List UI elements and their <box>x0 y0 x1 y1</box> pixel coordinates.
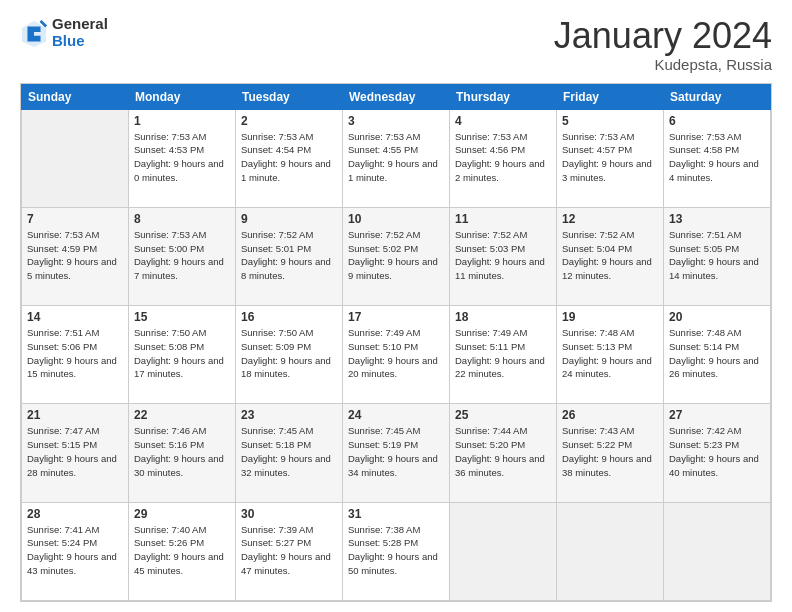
day-info: Sunrise: 7:48 AMSunset: 5:14 PMDaylight:… <box>669 326 765 381</box>
header: General Blue January 2024 Kudepsta, Russ… <box>20 16 772 73</box>
day-info: Sunrise: 7:48 AMSunset: 5:13 PMDaylight:… <box>562 326 658 381</box>
day-number: 11 <box>455 212 551 226</box>
day-cell <box>557 502 664 600</box>
day-number: 31 <box>348 507 444 521</box>
day-info: Sunrise: 7:38 AMSunset: 5:28 PMDaylight:… <box>348 523 444 578</box>
day-info: Sunrise: 7:50 AMSunset: 5:09 PMDaylight:… <box>241 326 337 381</box>
header-cell-thursday: Thursday <box>450 84 557 109</box>
day-info: Sunrise: 7:42 AMSunset: 5:23 PMDaylight:… <box>669 424 765 479</box>
day-cell: 24Sunrise: 7:45 AMSunset: 5:19 PMDayligh… <box>343 404 450 502</box>
day-cell: 10Sunrise: 7:52 AMSunset: 5:02 PMDayligh… <box>343 207 450 305</box>
week-row-1: 7Sunrise: 7:53 AMSunset: 4:59 PMDaylight… <box>22 207 771 305</box>
day-cell <box>450 502 557 600</box>
day-cell: 8Sunrise: 7:53 AMSunset: 5:00 PMDaylight… <box>129 207 236 305</box>
day-number: 30 <box>241 507 337 521</box>
day-info: Sunrise: 7:51 AMSunset: 5:06 PMDaylight:… <box>27 326 123 381</box>
day-number: 3 <box>348 114 444 128</box>
title-location: Kudepsta, Russia <box>554 56 772 73</box>
day-info: Sunrise: 7:51 AMSunset: 5:05 PMDaylight:… <box>669 228 765 283</box>
day-number: 27 <box>669 408 765 422</box>
day-number: 13 <box>669 212 765 226</box>
week-row-2: 14Sunrise: 7:51 AMSunset: 5:06 PMDayligh… <box>22 306 771 404</box>
day-cell: 30Sunrise: 7:39 AMSunset: 5:27 PMDayligh… <box>236 502 343 600</box>
day-info: Sunrise: 7:53 AMSunset: 4:59 PMDaylight:… <box>27 228 123 283</box>
day-info: Sunrise: 7:40 AMSunset: 5:26 PMDaylight:… <box>134 523 230 578</box>
day-number: 10 <box>348 212 444 226</box>
day-info: Sunrise: 7:53 AMSunset: 4:58 PMDaylight:… <box>669 130 765 185</box>
day-cell: 31Sunrise: 7:38 AMSunset: 5:28 PMDayligh… <box>343 502 450 600</box>
day-number: 24 <box>348 408 444 422</box>
day-cell: 6Sunrise: 7:53 AMSunset: 4:58 PMDaylight… <box>664 109 771 207</box>
calendar: SundayMondayTuesdayWednesdayThursdayFrid… <box>20 83 772 602</box>
day-cell: 18Sunrise: 7:49 AMSunset: 5:11 PMDayligh… <box>450 306 557 404</box>
day-info: Sunrise: 7:39 AMSunset: 5:27 PMDaylight:… <box>241 523 337 578</box>
day-info: Sunrise: 7:49 AMSunset: 5:11 PMDaylight:… <box>455 326 551 381</box>
day-cell: 12Sunrise: 7:52 AMSunset: 5:04 PMDayligh… <box>557 207 664 305</box>
day-info: Sunrise: 7:53 AMSunset: 4:53 PMDaylight:… <box>134 130 230 185</box>
day-info: Sunrise: 7:49 AMSunset: 5:10 PMDaylight:… <box>348 326 444 381</box>
day-number: 7 <box>27 212 123 226</box>
week-row-3: 21Sunrise: 7:47 AMSunset: 5:15 PMDayligh… <box>22 404 771 502</box>
day-cell: 11Sunrise: 7:52 AMSunset: 5:03 PMDayligh… <box>450 207 557 305</box>
day-cell: 25Sunrise: 7:44 AMSunset: 5:20 PMDayligh… <box>450 404 557 502</box>
header-cell-wednesday: Wednesday <box>343 84 450 109</box>
day-number: 25 <box>455 408 551 422</box>
calendar-body: 1Sunrise: 7:53 AMSunset: 4:53 PMDaylight… <box>22 109 771 600</box>
day-number: 1 <box>134 114 230 128</box>
day-cell: 3Sunrise: 7:53 AMSunset: 4:55 PMDaylight… <box>343 109 450 207</box>
day-cell: 28Sunrise: 7:41 AMSunset: 5:24 PMDayligh… <box>22 502 129 600</box>
header-row: SundayMondayTuesdayWednesdayThursdayFrid… <box>22 84 771 109</box>
day-cell: 2Sunrise: 7:53 AMSunset: 4:54 PMDaylight… <box>236 109 343 207</box>
day-number: 22 <box>134 408 230 422</box>
day-cell: 26Sunrise: 7:43 AMSunset: 5:22 PMDayligh… <box>557 404 664 502</box>
day-number: 4 <box>455 114 551 128</box>
day-number: 12 <box>562 212 658 226</box>
day-number: 16 <box>241 310 337 324</box>
calendar-header: SundayMondayTuesdayWednesdayThursdayFrid… <box>22 84 771 109</box>
day-info: Sunrise: 7:53 AMSunset: 5:00 PMDaylight:… <box>134 228 230 283</box>
day-cell: 4Sunrise: 7:53 AMSunset: 4:56 PMDaylight… <box>450 109 557 207</box>
day-info: Sunrise: 7:45 AMSunset: 5:18 PMDaylight:… <box>241 424 337 479</box>
day-info: Sunrise: 7:47 AMSunset: 5:15 PMDaylight:… <box>27 424 123 479</box>
day-number: 28 <box>27 507 123 521</box>
day-cell: 22Sunrise: 7:46 AMSunset: 5:16 PMDayligh… <box>129 404 236 502</box>
day-info: Sunrise: 7:53 AMSunset: 4:54 PMDaylight:… <box>241 130 337 185</box>
day-number: 20 <box>669 310 765 324</box>
day-number: 18 <box>455 310 551 324</box>
day-cell: 29Sunrise: 7:40 AMSunset: 5:26 PMDayligh… <box>129 502 236 600</box>
day-number: 29 <box>134 507 230 521</box>
header-cell-monday: Monday <box>129 84 236 109</box>
day-info: Sunrise: 7:41 AMSunset: 5:24 PMDaylight:… <box>27 523 123 578</box>
title-month: January 2024 <box>554 16 772 56</box>
day-info: Sunrise: 7:46 AMSunset: 5:16 PMDaylight:… <box>134 424 230 479</box>
day-number: 6 <box>669 114 765 128</box>
header-cell-tuesday: Tuesday <box>236 84 343 109</box>
header-cell-friday: Friday <box>557 84 664 109</box>
day-info: Sunrise: 7:45 AMSunset: 5:19 PMDaylight:… <box>348 424 444 479</box>
day-info: Sunrise: 7:52 AMSunset: 5:03 PMDaylight:… <box>455 228 551 283</box>
header-cell-sunday: Sunday <box>22 84 129 109</box>
day-info: Sunrise: 7:43 AMSunset: 5:22 PMDaylight:… <box>562 424 658 479</box>
day-cell: 19Sunrise: 7:48 AMSunset: 5:13 PMDayligh… <box>557 306 664 404</box>
day-number: 8 <box>134 212 230 226</box>
logo-icon <box>20 19 48 47</box>
logo: General Blue <box>20 16 108 49</box>
day-info: Sunrise: 7:52 AMSunset: 5:02 PMDaylight:… <box>348 228 444 283</box>
day-number: 21 <box>27 408 123 422</box>
day-cell: 17Sunrise: 7:49 AMSunset: 5:10 PMDayligh… <box>343 306 450 404</box>
day-info: Sunrise: 7:50 AMSunset: 5:08 PMDaylight:… <box>134 326 230 381</box>
day-number: 9 <box>241 212 337 226</box>
day-cell: 14Sunrise: 7:51 AMSunset: 5:06 PMDayligh… <box>22 306 129 404</box>
day-info: Sunrise: 7:53 AMSunset: 4:57 PMDaylight:… <box>562 130 658 185</box>
logo-general: General <box>52 16 108 33</box>
page: General Blue January 2024 Kudepsta, Russ… <box>0 0 792 612</box>
day-cell: 5Sunrise: 7:53 AMSunset: 4:57 PMDaylight… <box>557 109 664 207</box>
day-info: Sunrise: 7:53 AMSunset: 4:56 PMDaylight:… <box>455 130 551 185</box>
logo-text: General Blue <box>52 16 108 49</box>
day-cell: 1Sunrise: 7:53 AMSunset: 4:53 PMDaylight… <box>129 109 236 207</box>
logo-blue: Blue <box>52 33 108 50</box>
week-row-4: 28Sunrise: 7:41 AMSunset: 5:24 PMDayligh… <box>22 502 771 600</box>
day-number: 14 <box>27 310 123 324</box>
day-info: Sunrise: 7:52 AMSunset: 5:01 PMDaylight:… <box>241 228 337 283</box>
title-block: January 2024 Kudepsta, Russia <box>554 16 772 73</box>
